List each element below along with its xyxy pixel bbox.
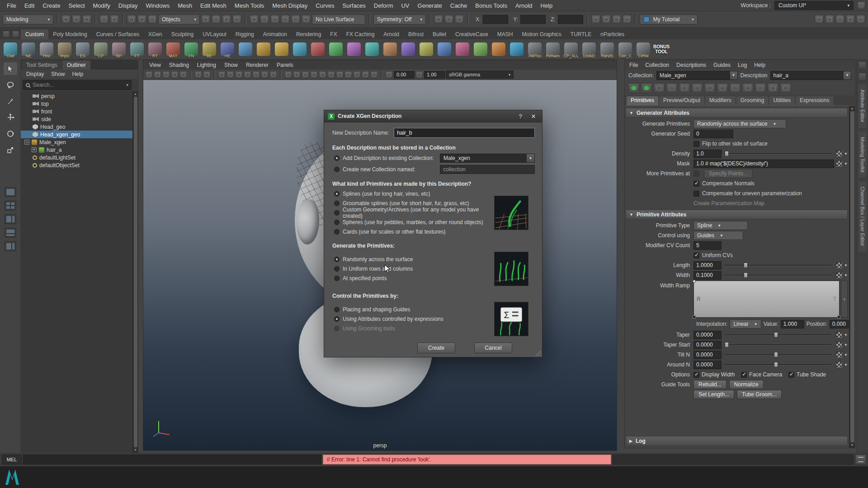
xgen-tab[interactable]: Preview/Output xyxy=(659,96,704,105)
layout-outliner-persp-button[interactable] xyxy=(5,241,16,251)
shelf-button[interactable] xyxy=(490,40,507,59)
ramp-point-handle[interactable] xyxy=(693,280,696,283)
menu-item[interactable]: Surfaces xyxy=(339,0,370,11)
tab-outliner[interactable]: Outliner xyxy=(62,61,90,70)
shelf-button[interactable] xyxy=(508,40,525,59)
menu-item[interactable]: Generate xyxy=(414,0,446,11)
shelf-button[interactable] xyxy=(382,40,399,59)
outliner-item-top[interactable]: top xyxy=(21,100,132,108)
outliner-search-field[interactable]: Search... ▾ xyxy=(23,80,132,90)
open-scene-icon[interactable] xyxy=(72,15,81,24)
menu-item[interactable]: Deform xyxy=(370,0,397,11)
move-tool-icon[interactable] xyxy=(4,111,17,124)
menu-item[interactable]: UV xyxy=(397,0,413,11)
shelf-button[interactable]: FT xyxy=(128,40,146,59)
outliner-menu-item[interactable]: Display xyxy=(23,71,47,77)
safe-title-icon[interactable] xyxy=(269,71,277,79)
xgen-menu-item[interactable]: Guides xyxy=(710,62,734,68)
select-surfaces-icon[interactable] xyxy=(232,15,241,24)
primitive-attributes-section-header[interactable]: ▼ Primitive Attributes xyxy=(626,210,848,219)
redo-icon[interactable] xyxy=(110,15,119,24)
snap-grid-icon[interactable] xyxy=(250,15,259,24)
oversampling-icon[interactable] xyxy=(203,71,211,79)
make-live-icon[interactable] xyxy=(302,15,311,24)
gate-mask-icon[interactable] xyxy=(244,71,251,79)
select-handles-icon[interactable] xyxy=(201,15,210,24)
shelf-button[interactable] xyxy=(363,40,381,59)
shelf-tab[interactable]: Custom xyxy=(21,29,48,39)
menu-item[interactable]: Modify xyxy=(89,0,114,11)
shelf-button[interactable] xyxy=(237,40,254,59)
shelf-button[interactable]: BONUS TOOL xyxy=(653,40,670,59)
control-mode-radio[interactable]: Using Grooming tools xyxy=(334,324,491,333)
select-hierarchy-icon[interactable] xyxy=(127,15,136,24)
xgen-export-icon[interactable] xyxy=(654,83,665,93)
viewport-menu-item[interactable]: View xyxy=(145,62,165,68)
film-gate-icon[interactable] xyxy=(226,71,234,79)
shelf-button[interactable]: Hist xyxy=(38,40,55,59)
dialog-resize-grip[interactable] xyxy=(535,350,541,356)
scroll-up-icon[interactable]: ▲ xyxy=(134,92,137,96)
shelf-button[interactable]: BE xyxy=(201,40,218,59)
control-mode-radio[interactable]: Placing and shaping Guides xyxy=(334,305,491,314)
help-button[interactable]: ? xyxy=(515,112,525,120)
colorspace-selector[interactable]: sRGB gamma ▾ xyxy=(446,70,514,79)
render-frame-icon[interactable] xyxy=(602,15,611,24)
generator-seed-field[interactable]: 0 xyxy=(693,130,733,138)
sidebar-vertical-tab[interactable]: Attribute Editor xyxy=(859,84,867,128)
set-length-button[interactable]: Set Length... xyxy=(693,390,734,399)
xgen-add-geometry-icon[interactable] xyxy=(679,83,690,93)
close-button[interactable]: ✕ xyxy=(528,112,538,120)
description-name-input[interactable] xyxy=(394,128,535,138)
modeling-toolkit-toggle-icon[interactable] xyxy=(815,15,824,24)
new-collection-input[interactable] xyxy=(440,165,535,174)
textured-icon[interactable] xyxy=(370,71,378,79)
workspace-selector[interactable]: Custom UI* ▾ xyxy=(774,1,854,10)
shelf-tab[interactable]: Rigging xyxy=(231,29,259,39)
shelf-button[interactable]: Impo xyxy=(56,40,73,59)
shelf-tab[interactable]: UVLayout xyxy=(198,29,231,39)
attribute-field[interactable]: 0.0000 xyxy=(693,351,722,359)
chevron-down-icon[interactable]: ▼ xyxy=(844,152,848,156)
wireframe-icon[interactable] xyxy=(353,71,361,79)
select-tool-icon[interactable] xyxy=(4,62,17,75)
menu-item[interactable]: Help xyxy=(537,0,557,11)
input-connections-icon[interactable] xyxy=(434,15,443,24)
outliner-item-default-light-set[interactable]: defaultLightSet xyxy=(21,154,132,161)
attribute-slider[interactable] xyxy=(724,331,831,338)
layout-two-pane-stacked-button[interactable] xyxy=(5,228,16,238)
outliner-item-persp[interactable]: persp xyxy=(21,92,132,100)
shelf-tab[interactable]: Curves / Surfaces xyxy=(92,29,144,39)
menu-item[interactable]: Curves xyxy=(311,0,338,11)
shelf-tab[interactable]: FX Caching xyxy=(342,29,379,39)
shelf-button[interactable]: RT xyxy=(146,40,164,59)
layout-two-pane-side-button[interactable] xyxy=(5,214,16,224)
xgen-utilities-icon[interactable] xyxy=(780,83,791,93)
undo-icon[interactable] xyxy=(99,15,108,24)
exposure-field[interactable]: 0.00 xyxy=(394,71,415,79)
primitive-type-radio[interactable]: Splines (use for long hair, vines, etc) xyxy=(334,190,491,198)
grid-icon[interactable] xyxy=(218,71,226,79)
exposure-icon[interactable] xyxy=(385,71,393,79)
select-camera-icon[interactable] xyxy=(145,71,153,79)
outliner-item-head-geo[interactable]: Head_geo xyxy=(21,123,132,131)
face-camera-checkbox[interactable] xyxy=(741,372,747,378)
pin-panel-icon[interactable] xyxy=(859,73,866,80)
compensate-normals-checkbox[interactable] xyxy=(693,181,699,187)
shelf-tab[interactable]: Bullet xyxy=(428,29,451,39)
select-joints-icon[interactable] xyxy=(212,15,221,24)
xgen-menu-item[interactable]: Log xyxy=(734,62,750,68)
attribute-field[interactable]: 0.0000 xyxy=(693,361,722,369)
viewport-menu-item[interactable]: Shading xyxy=(165,62,193,68)
shelf-button[interactable]: RandS xyxy=(599,40,616,59)
shelf-tab[interactable]: Bifrost xyxy=(404,29,428,39)
shelf-tab[interactable]: FX xyxy=(326,29,341,39)
shelf-button[interactable] xyxy=(454,40,471,59)
shelf-button[interactable]: LookD xyxy=(580,40,598,59)
viewport-menu-item[interactable]: Show xyxy=(220,62,242,68)
mask-field[interactable]: 1.0 # map('${DESC}/density/') xyxy=(693,160,834,168)
sidebar-vertical-tab[interactable]: Modeling Toolkit xyxy=(859,131,867,178)
menu-item[interactable]: Display xyxy=(114,0,142,11)
attribute-field[interactable]: 0.0000 xyxy=(693,331,722,339)
outliner-menu-item[interactable]: Show xyxy=(47,71,68,77)
